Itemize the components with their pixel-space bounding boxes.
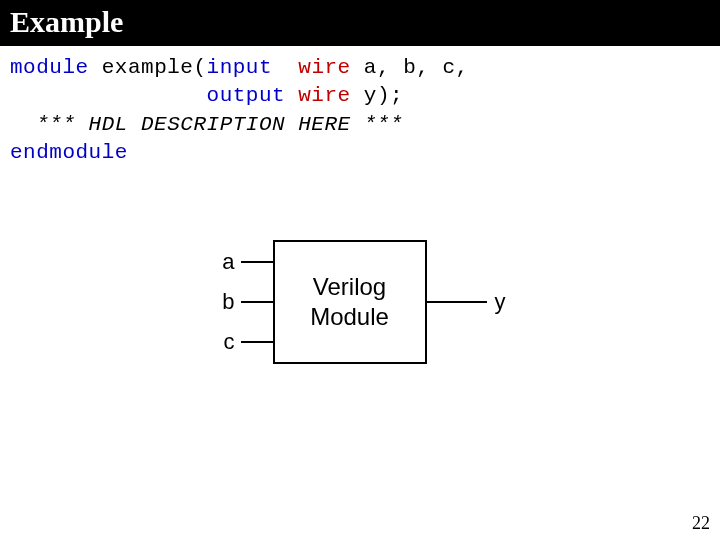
wire: [241, 341, 273, 343]
module-name: example: [102, 56, 194, 79]
port-label: y: [487, 289, 506, 315]
hdl-comment: *** HDL DESCRIPTION HERE ***: [10, 113, 403, 136]
code-text: [285, 84, 298, 107]
port-ids: y);: [364, 84, 403, 107]
wire: [241, 301, 273, 303]
port-b: b: [215, 282, 273, 322]
box-title-line1: Verilog: [313, 273, 386, 300]
page-number: 22: [692, 513, 710, 534]
code-block: module example(input wire a, b, c, outpu…: [0, 46, 720, 167]
kw-module: module: [10, 56, 89, 79]
code-text: [10, 84, 207, 107]
type-wire: wire: [298, 56, 350, 79]
diagram: a b c Verilog Module: [0, 240, 720, 364]
port-ids: a, b, c,: [364, 56, 469, 79]
port-y: y: [427, 282, 506, 322]
module-box: Verilog Module: [273, 240, 427, 364]
code-text: (: [193, 56, 206, 79]
wire: [241, 261, 273, 263]
output-ports: y: [427, 242, 506, 362]
code-text: [351, 84, 364, 107]
type-wire: wire: [298, 84, 350, 107]
port-c: c: [215, 322, 273, 362]
port-a: a: [215, 242, 273, 282]
box-title-line2: Module: [310, 303, 389, 330]
code-text: [272, 56, 298, 79]
port-label: c: [215, 329, 241, 355]
kw-endmodule: endmodule: [10, 141, 128, 164]
kw-output: output: [207, 84, 286, 107]
wire: [427, 301, 487, 303]
kw-input: input: [207, 56, 273, 79]
code-text: [89, 56, 102, 79]
slide-title: Example: [0, 0, 720, 46]
input-ports: a b c: [215, 242, 273, 362]
port-label: b: [215, 289, 241, 315]
port-label: a: [215, 249, 241, 275]
code-text: [351, 56, 364, 79]
